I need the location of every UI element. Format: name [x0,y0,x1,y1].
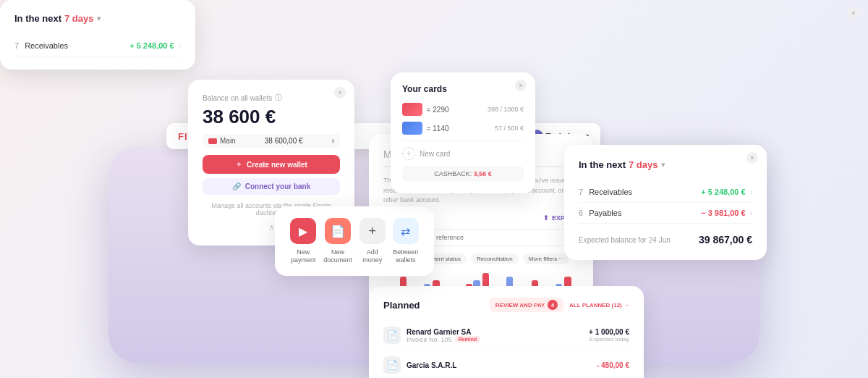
planned-header: Planned REVIEW AND PAY 4 ALL PLANNED (12… [383,298,629,312]
new-card-row[interactable]: + New card [402,140,524,160]
card-item-1[interactable]: ≈ 2290 398 / 1000 € [402,103,524,116]
planned-item-left-1: 📄 Renard Garnier SA Invoice No. 105 Remi… [383,327,480,344]
qa-add-money[interactable]: + Addmoney [359,218,386,264]
card-limit-2: 57 / 500 € [495,125,524,132]
new-card-label: New card [420,150,450,158]
payables-arrow-icon: › [750,209,752,217]
info-icon: ⓘ [275,93,282,103]
planned-date-1: Expected today [589,336,629,343]
qa-between-wallets[interactable]: ⇄ Betweenwallets [393,218,419,264]
receivables-label: Receivables [589,188,632,196]
wallet-name: Main [208,137,236,145]
qa-label-document: Newdocument [323,248,352,264]
planned-amount-2: - 480,00 € [597,361,629,369]
forecast-chevron-icon[interactable]: ▾ [661,161,665,169]
payables-amount: − 3 981,00 € [701,209,745,217]
cashback-bar: CASHBACK: 3,56 € [402,166,524,182]
card-limit-1: 398 / 1000 € [488,106,524,113]
cards-title: Your cards [402,84,524,94]
expected-amount: 39 867,00 € [699,234,752,245]
wallet-icon [208,138,217,144]
add-card-icon: + [402,147,415,160]
review-pay-button[interactable]: REVIEW AND PAY 4 [490,298,563,312]
planned-title: Planned [383,300,420,311]
all-planned-link[interactable]: ALL PLANNED (12) → [569,302,629,308]
planned-sub-1: Invoice No. 105 Remind [407,336,480,343]
add-money-icon: + [359,218,386,244]
expected-balance: Expected balance for 24 Jun 39 867,00 € [579,234,752,245]
qa-label-payment: Newpayment [291,248,316,264]
forecast-card-bottom: × In the next 7 days ▾ 7 Receivables + 5… [0,0,195,70]
remind-badge-1[interactable]: Remind [455,336,481,343]
qa-label-wallets: Betweenwallets [393,248,418,264]
forecast-title: In the next 7 days ▾ [579,159,752,170]
balance-label: Balance on all wallets ⓘ [203,93,340,103]
document-icon-2: 📄 [383,356,401,374]
planned-name-1: Renard Garnier SA [407,328,480,336]
forecast-close-icon[interactable]: × [746,152,758,164]
payables-label: Payables [589,209,621,217]
forecast-bottom-row-receivables[interactable]: 7 Receivables + 5 248,00 € › [14,35,181,56]
forecast-days-badge: 7 days [629,159,658,170]
planned-name-2: Garcia S.A.R.L [407,361,456,369]
card-number-2: ≈ 1140 [427,125,449,133]
bottom-receivables-arrow-icon: › [179,42,181,50]
bottom-receivables-label: Receivables [25,41,68,50]
balance-actions: ＋ Create new wallet 🔗 Connect your bank [203,155,340,195]
forecast-row-payables[interactable]: 6 Payables − 3 981,00 € › [579,203,752,224]
export-icon: ⬆ [543,214,549,222]
between-wallets-icon: ⇄ [393,218,419,244]
cashback-amount: 3,56 € [474,170,492,177]
link-icon: 🔗 [232,182,241,190]
qa-new-payment[interactable]: ▶ Newpayment [290,218,316,264]
card-item-2[interactable]: ≈ 1140 57 / 500 € [402,122,524,135]
planned-amount-1: + 1 000,00 € [589,328,629,336]
card-chip-red [402,103,422,116]
payables-count: 6 [579,209,583,217]
planned-item-1[interactable]: 📄 Renard Garnier SA Invoice No. 105 Remi… [383,321,629,350]
close-icon[interactable]: × [334,87,346,98]
arrow-icon: › [332,137,334,145]
new-document-icon: 📄 [325,218,351,244]
card-chip-blue [402,122,422,135]
planned-actions: REVIEW AND PAY 4 ALL PLANNED (12) → [490,298,629,312]
wallet-row[interactable]: Main 38 600,00 € › [203,134,340,148]
receivables-amount: + 5 248,00 € [701,188,745,196]
connect-bank-button[interactable]: 🔗 Connect your bank [203,178,340,195]
planned-item-left-2: 📄 Garcia S.A.R.L [383,356,456,374]
cashback-label: CASHBACK: [434,170,474,177]
wallet-amount: 38 600,00 € [265,137,303,145]
forecast-card: × In the next 7 days ▾ 7 Receivables + 5… [564,145,767,260]
document-icon-1: 📄 [383,327,401,344]
new-payment-icon: ▶ [290,218,316,244]
forecast-bottom-days-badge: 7 days [64,13,93,24]
receivables-arrow-icon: › [750,188,752,196]
forecast-bottom-title: In the next 7 days ▾ [14,13,181,24]
forecast-bottom-chevron-icon[interactable]: ▾ [97,14,101,22]
qa-label-money: Addmoney [362,248,382,264]
cards-card: × Your cards ≈ 2290 398 / 1000 € ≈ 1140 … [391,72,535,193]
filter-more[interactable]: More filters ··· [523,253,569,264]
forecast-row-receivables[interactable]: 7 Receivables + 5 248,00 € › [579,182,752,203]
planned-card: Planned REVIEW AND PAY 4 ALL PLANNED (12… [369,286,644,378]
quick-actions-card: ▶ Newpayment 📄 Newdocument + Addmoney ⇄ … [275,206,434,276]
bottom-receivables-amount: + 5 248,00 € [129,41,174,50]
create-wallet-button[interactable]: ＋ Create new wallet [203,155,340,174]
cards-close-icon[interactable]: × [515,80,527,91]
balance-amount: 38 600 € [203,106,340,128]
receivables-count: 7 [579,188,583,196]
bottom-receivables-count: 7 [14,41,19,50]
planned-item-2[interactable]: 📄 Garcia S.A.R.L - 480,00 € [383,350,629,378]
card-number-1: ≈ 2290 [427,106,449,114]
review-count-badge: 4 [548,300,558,310]
forecast-bottom-close-icon[interactable]: × [848,7,859,19]
expected-label: Expected balance for 24 Jun [579,236,671,244]
filter-reconciliation[interactable]: Reconciliation [471,253,519,264]
plus-icon: ＋ [235,159,242,169]
qa-new-document[interactable]: 📄 Newdocument [323,218,352,264]
